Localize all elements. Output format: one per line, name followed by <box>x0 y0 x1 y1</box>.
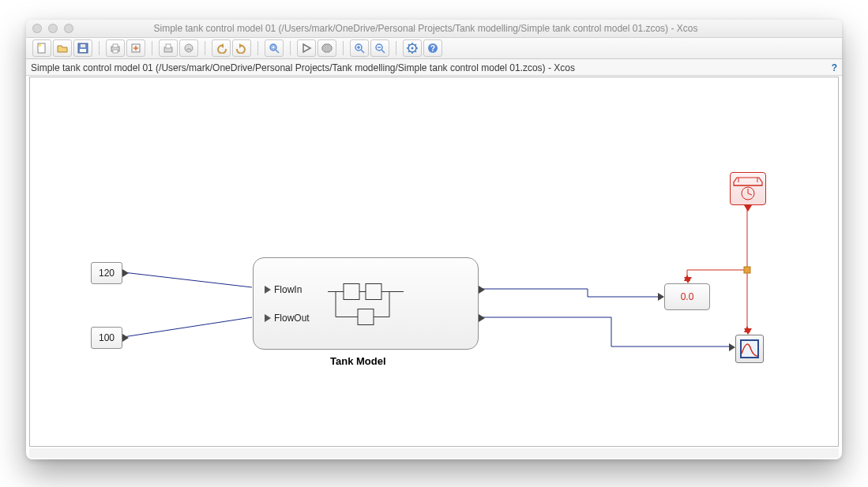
superblock-tank-model[interactable]: FlowIn FlowOut <box>253 257 479 350</box>
display-block[interactable]: 0.0 <box>664 283 710 310</box>
svg-rect-3 <box>80 49 86 52</box>
svg-rect-4 <box>81 44 85 47</box>
event-out-icon[interactable] <box>744 205 752 212</box>
constant-block-100[interactable]: 100 <box>91 327 122 349</box>
undo-button[interactable] <box>212 39 231 57</box>
superblock-label: Tank Model <box>330 355 386 367</box>
svg-rect-28 <box>358 309 374 324</box>
svg-rect-22 <box>344 283 359 299</box>
context-help-button[interactable]: ? <box>832 62 837 73</box>
superblock-input-ports: FlowIn FlowOut <box>265 258 310 349</box>
port-out-icon[interactable] <box>122 334 129 342</box>
event-in-icon[interactable] <box>684 277 692 283</box>
wire-super-to-display <box>472 289 662 297</box>
svg-point-12 <box>270 44 276 51</box>
svg-rect-7 <box>113 50 118 53</box>
wire-clock-to-display <box>687 207 747 281</box>
svg-line-38 <box>748 193 752 195</box>
zoom-in-button[interactable] <box>350 39 369 57</box>
diagram-canvas-frame: 120 100 FlowIn <box>29 77 839 447</box>
copy-button[interactable] <box>179 39 198 57</box>
export-button[interactable] <box>126 39 145 57</box>
document-path-text: Simple tank control model 01 (/Users/mar… <box>31 62 575 73</box>
wire-const2-to-flowout <box>123 317 252 337</box>
cut-button[interactable] <box>159 39 178 57</box>
port-out-icon[interactable] <box>479 286 485 294</box>
app-window: Simple tank control model 01 (/Users/mar… <box>26 20 842 459</box>
port-in-icon <box>265 314 271 322</box>
settings-button[interactable] <box>403 39 422 57</box>
port-label-text: FlowIn <box>274 284 302 295</box>
document-path-bar: Simple tank control model 01 (/Users/mar… <box>26 59 842 76</box>
port-label-text: FlowOut <box>274 313 310 324</box>
toolbar: ? <box>26 38 842 59</box>
statusbar <box>29 448 839 458</box>
display-value: 0.0 <box>681 291 694 302</box>
close-window-button[interactable] <box>32 24 42 33</box>
open-file-button[interactable] <box>53 39 72 57</box>
svg-rect-24 <box>366 283 381 299</box>
diagram-canvas[interactable]: 120 100 FlowIn <box>30 77 838 446</box>
zoom-window-button[interactable] <box>64 24 73 33</box>
clock-block[interactable] <box>730 172 766 205</box>
svg-rect-13 <box>272 46 275 49</box>
fit-view-button[interactable] <box>265 39 284 57</box>
save-file-button[interactable] <box>73 39 92 57</box>
clock-icon <box>732 174 764 203</box>
zoom-out-button[interactable] <box>370 39 389 57</box>
constant-value: 120 <box>99 268 115 279</box>
port-flowin: FlowIn <box>265 284 310 295</box>
new-file-button[interactable] <box>32 39 51 57</box>
svg-rect-6 <box>113 44 118 47</box>
port-out-icon[interactable] <box>479 314 485 322</box>
window-controls <box>32 24 73 33</box>
minimize-window-button[interactable] <box>48 24 58 33</box>
svg-point-18 <box>411 47 414 50</box>
port-in-icon <box>265 286 271 294</box>
port-in-icon[interactable] <box>729 343 735 351</box>
svg-point-11 <box>185 44 193 52</box>
event-in-icon[interactable] <box>744 328 752 335</box>
svg-marker-14 <box>322 44 332 52</box>
scope-block[interactable] <box>735 335 764 363</box>
port-flowout: FlowOut <box>265 313 310 324</box>
svg-rect-10 <box>166 44 171 48</box>
redo-button[interactable] <box>232 39 251 57</box>
start-sim-button[interactable] <box>297 39 316 57</box>
port-out-icon[interactable] <box>122 269 129 277</box>
stop-sim-button[interactable] <box>318 39 336 57</box>
constant-value: 100 <box>99 332 115 343</box>
constant-block-120[interactable]: 120 <box>91 262 122 284</box>
help-button[interactable]: ? <box>423 39 442 57</box>
svg-rect-1 <box>39 44 41 47</box>
svg-text:?: ? <box>430 44 435 53</box>
titlebar: Simple tank control model 01 (/Users/mar… <box>26 20 842 38</box>
wire-super-to-scope <box>472 317 733 347</box>
window-title: Simple tank control model 01 (/Users/mar… <box>79 23 836 34</box>
superblock-glyph-icon <box>328 279 404 328</box>
scope-icon <box>739 339 760 359</box>
event-split-node[interactable] <box>744 267 750 273</box>
wire-const1-to-flowin <box>123 272 252 287</box>
print-button[interactable] <box>106 39 125 57</box>
port-in-icon[interactable] <box>658 293 664 301</box>
